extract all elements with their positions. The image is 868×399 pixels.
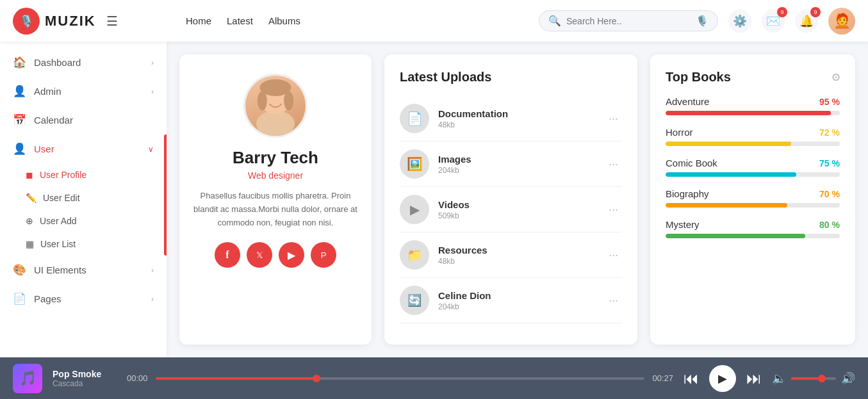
play-button[interactable]: ▶ [709, 365, 736, 392]
sidebar-item-admin-left: 👤 Admin [13, 85, 61, 98]
user-avatar-nav[interactable]: 🧑‍🦰 [828, 8, 855, 35]
progress-fill-comicbook [666, 172, 796, 177]
player-artist: Cascada [53, 379, 117, 388]
videos-icon: ▶ [400, 195, 429, 224]
user-profile-icon: ◼ [26, 170, 33, 180]
player-bar: 🎵 Pop Smoke Cascada 00:00 00:27 ⏮ ▶ ⏭ 🔈 … [0, 357, 868, 399]
progress-fill-adventure [666, 111, 831, 115]
hamburger-button[interactable]: ☰ [106, 13, 118, 29]
logo-icon: 🎙️ [13, 8, 40, 35]
sidebar-item-user[interactable]: 👤 User ∨ [0, 134, 167, 163]
nav-latest[interactable]: Latest [227, 15, 253, 26]
volume-fill [791, 377, 823, 380]
profile-avatar-image [245, 76, 306, 136]
search-icon: 🔍 [548, 15, 561, 27]
sidebar-item-user-edit-label: User Edit [43, 193, 80, 203]
dashboard-icon: 🏠 [13, 56, 26, 69]
chevron-right-icon-admin: › [151, 87, 154, 96]
sidebar-item-pages-left: 📄 Pages [13, 292, 61, 305]
profile-title: Web designer [248, 170, 303, 181]
book-name-adventure: Adventure [666, 96, 709, 107]
book-name-biography: Biography [666, 188, 709, 199]
next-button[interactable]: ⏭ [746, 370, 762, 387]
calendar-icon: 📅 [13, 113, 26, 127]
sidebar-item-dashboard-label: Dashboard [34, 57, 81, 68]
prev-button[interactable]: ⏮ [684, 370, 699, 387]
player-controls: 00:00 00:27 [127, 373, 673, 383]
active-indicator [164, 134, 167, 256]
sidebar-item-user-edit[interactable]: ✏️ User Edit [26, 186, 167, 209]
books-panel: Top Books ⊙ Adventure 95 % Horror 72 % [650, 54, 855, 345]
mail-button[interactable]: ✉️ 9 [762, 10, 785, 33]
main-content: Barry Tech Web designer Phasellus faucib… [167, 42, 868, 357]
more-options-celine[interactable]: ··· [605, 294, 622, 307]
sidebar-item-user-add[interactable]: ⊕ User Add [26, 209, 167, 232]
upload-item-resources: 📁 Resources 48kb ··· [400, 232, 622, 278]
books-title: Top Books ⊙ [666, 70, 840, 85]
pinterest-button[interactable]: P [311, 242, 336, 268]
upload-name-celine: Celine Dion [438, 290, 605, 301]
twitter-button[interactable]: 𝕏 [247, 242, 272, 268]
microphone-search-icon[interactable]: 🎙️ [696, 15, 708, 27]
sidebar-item-user-left: 👤 User [13, 142, 54, 156]
microphone-icon: 🎙️ [19, 14, 33, 28]
sidebar-item-admin[interactable]: 👤 Admin › [0, 77, 167, 106]
progress-bg-mystery [666, 234, 840, 238]
logo-area: 🎙️ MUZIK ☰ [13, 8, 179, 35]
book-header-horror: Horror 72 % [666, 127, 840, 138]
sidebar-item-dashboard-left: 🏠 Dashboard [13, 56, 81, 69]
upload-info-documentation: Documentation 48kb [438, 108, 605, 129]
nav-albums[interactable]: Albums [268, 15, 300, 26]
player-progress-bar[interactable] [156, 377, 645, 380]
book-header-biography: Biography 70 % [666, 188, 840, 199]
progress-fill-horror [666, 142, 791, 146]
book-item-adventure: Adventure 95 % [666, 96, 840, 115]
upload-item-videos: ▶ Videos 509kb ··· [400, 187, 622, 232]
bell-button[interactable]: 🔔 9 [795, 10, 818, 33]
sidebar-item-user-profile[interactable]: ◼ User Profile [26, 163, 167, 186]
sidebar-item-user-list[interactable]: ▦ User List [26, 232, 167, 256]
resources-icon: 📁 [400, 240, 429, 270]
sidebar-item-ui-elements[interactable]: 🎨 UI Elements › [0, 256, 167, 284]
volume-bar[interactable] [791, 377, 836, 380]
settings-button[interactable]: ⚙️ [728, 10, 751, 33]
book-item-biography: Biography 70 % [666, 188, 840, 208]
more-options-images[interactable]: ··· [605, 158, 622, 171]
book-name-mystery: Mystery [666, 219, 700, 230]
volume-max-icon[interactable]: 🔊 [841, 371, 855, 386]
sidebar-item-calendar-left: 📅 Calendar [13, 113, 73, 127]
search-input[interactable] [566, 16, 691, 26]
profile-name: Barry Tech [233, 148, 318, 168]
more-options-videos[interactable]: ··· [605, 203, 622, 216]
upload-item-celine: 🔄 Celine Dion 204kb ··· [400, 278, 622, 323]
chevron-right-icon-ui: › [151, 266, 154, 275]
nav-home[interactable]: Home [186, 15, 211, 26]
book-name-horror: Horror [666, 127, 693, 138]
player-thumbnail: 🎵 [13, 364, 42, 393]
chevron-right-icon-pages: › [151, 295, 154, 304]
bell-badge: 9 [810, 7, 821, 17]
sidebar-item-dashboard[interactable]: 🏠 Dashboard › [0, 48, 167, 77]
sidebar: 🏠 Dashboard › 👤 Admin › 📅 Calendar [0, 42, 167, 357]
sidebar-item-pages[interactable]: 📄 Pages › [0, 284, 167, 313]
youtube-button[interactable]: ▶ [279, 242, 304, 268]
nav-icons: ⚙️ ✉️ 9 🔔 9 🧑‍🦰 [728, 8, 855, 35]
user-list-icon: ▦ [26, 239, 34, 249]
more-options-documentation[interactable]: ··· [605, 112, 622, 126]
profile-card: Barry Tech Web designer Phasellus faucib… [179, 54, 372, 345]
sidebar-item-calendar[interactable]: 📅 Calendar [0, 106, 167, 134]
uploads-title: Latest Uploads [400, 70, 622, 85]
facebook-button[interactable]: f [215, 242, 240, 268]
user-edit-icon: ✏️ [26, 193, 37, 203]
upload-size-celine: 204kb [438, 302, 605, 311]
volume-area: 🔈 🔊 [772, 371, 855, 386]
more-options-resources[interactable]: ··· [605, 248, 622, 262]
chevron-down-icon: ∨ [148, 145, 154, 154]
sidebar-user-section: 👤 User ∨ ◼ User Profile ✏️ User Edit ⊕ U… [0, 134, 167, 256]
book-item-mystery: Mystery 80 % [666, 219, 840, 238]
player-progress-fill [156, 377, 317, 380]
book-item-horror: Horror 72 % [666, 127, 840, 146]
book-pct-comicbook: 75 % [819, 158, 840, 168]
books-title-text: Top Books [666, 70, 731, 84]
volume-icon[interactable]: 🔈 [772, 371, 786, 386]
